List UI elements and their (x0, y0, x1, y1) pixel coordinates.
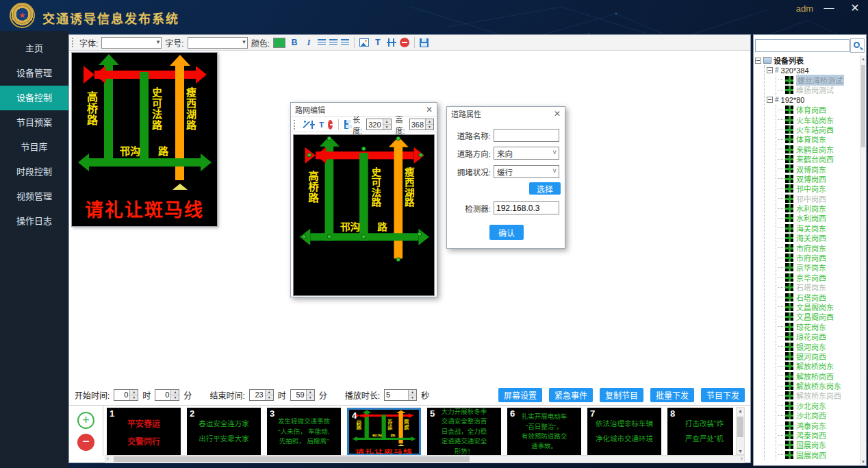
device-tree-item[interactable]: 琼花岗西 (778, 332, 859, 341)
dialog-close-button[interactable]: ✕ (554, 109, 561, 119)
italic-button[interactable]: I (303, 38, 314, 48)
edit-handle[interactable] (307, 153, 311, 158)
program-thumbnail[interactable]: 7依法治理非标车辆净化城市交通环境 (587, 408, 661, 456)
length-spinner[interactable]: 320▲▼ (366, 119, 391, 130)
edit-handle[interactable] (396, 136, 400, 141)
scroll-up-icon[interactable]: ▲ (737, 408, 744, 413)
sidebar-item[interactable]: 设备控制 (0, 86, 68, 110)
device-tree-item[interactable]: 石塔岗东 (778, 282, 859, 292)
sidebar-item[interactable]: 节目预案 (0, 110, 68, 135)
end-hour-spinner[interactable]: 23▲▼ (249, 389, 274, 401)
align-right-icon[interactable] (341, 39, 349, 46)
minimize-button[interactable]: — (821, 1, 837, 15)
font-select[interactable] (101, 37, 162, 49)
start-minute-spinner[interactable]: 0▲▼ (155, 389, 179, 401)
device-tree-item[interactable]: 体育岗东 (778, 134, 859, 144)
sidebar-item[interactable]: 操作日志 (0, 209, 68, 234)
sidebar-item[interactable]: 时段控制 (0, 160, 68, 184)
scrollbar-thumb[interactable] (114, 456, 470, 462)
scroll-down-icon[interactable]: ▼ (737, 449, 744, 454)
scroll-left-icon[interactable]: ‹ (107, 455, 109, 462)
strip-vertical-scrollbar[interactable]: ▲ ▼ (736, 407, 745, 455)
device-tree-item[interactable]: 解放桥岗西 (778, 371, 859, 381)
end-minute-spinner[interactable]: 59▲▼ (290, 389, 315, 401)
device-tree-item[interactable]: 市府岗东 (778, 243, 859, 252)
save-icon[interactable] (420, 38, 429, 47)
confirm-button[interactable]: 确认 (489, 225, 524, 240)
text-tool-button[interactable]: T (319, 121, 324, 129)
add-program-button[interactable]: + (77, 412, 94, 429)
save-icon[interactable] (344, 120, 348, 129)
playbar-action-button[interactable]: 屏幕设置 (498, 388, 542, 402)
height-spinner[interactable]: 368▲▼ (409, 119, 434, 130)
edit-handle[interactable] (417, 232, 422, 236)
mid-road-bar[interactable] (359, 153, 368, 241)
road-network-icon[interactable] (310, 121, 315, 129)
scroll-up-icon[interactable]: ▲ (860, 57, 866, 61)
device-tree-item[interactable]: 双博岗东 (778, 164, 859, 173)
dialog-close-button[interactable]: ✕ (426, 105, 433, 114)
device-tree-item[interactable]: 海关岗西 (778, 233, 859, 243)
scroll-down-icon[interactable]: ▼ (860, 460, 866, 464)
insert-image-icon[interactable] (359, 38, 369, 47)
tree-root[interactable]: 设备列表 (755, 56, 859, 65)
device-search-button[interactable] (850, 38, 865, 53)
device-tree-item[interactable]: 体育岗西 (778, 105, 859, 114)
road-network-icon[interactable] (387, 38, 396, 47)
scrollbar-thumb[interactable] (737, 417, 743, 437)
editor-map[interactable]: 高桥路 史可法路 瘦西湖路 邗沟 路 (294, 135, 435, 296)
device-tree-item[interactable]: 银河岗东 (778, 341, 859, 351)
road-name-input[interactable] (494, 129, 559, 142)
program-thumbnail[interactable]: 8打击改装“炸严查严处“机 (667, 408, 733, 456)
device-tree-item[interactable]: 解放桥岗东 (778, 361, 859, 371)
device-tree-item[interactable]: 国展岗西 (778, 450, 859, 460)
program-thumbnail[interactable]: 4 高桥路 史可法路 瘦西湖路 邗沟 路 请礼让斑马线 (347, 408, 421, 456)
sidebar-item[interactable]: 设备管理 (0, 61, 68, 86)
device-tree-item[interactable]: 解放桥东岗西 (778, 391, 859, 400)
edit-handle[interactable] (327, 136, 332, 141)
draw-line-icon[interactable] (301, 120, 306, 130)
start-hour-spinner[interactable]: 0▲▼ (114, 389, 138, 401)
playbar-action-button[interactable]: 紧急事件 (549, 388, 593, 402)
device-tree-item[interactable]: 双博岗西 (778, 174, 859, 184)
tree-expander-icon[interactable] (755, 58, 761, 64)
close-button[interactable]: ✕ (847, 1, 863, 15)
device-tree-item[interactable]: 银河岗西 (778, 352, 859, 361)
playbar-action-button[interactable]: 节目下发 (701, 388, 745, 402)
edit-handle[interactable] (396, 258, 400, 262)
device-tree-item[interactable]: 邗中岗东 (778, 184, 859, 193)
remove-program-button[interactable]: − (77, 434, 94, 451)
delete-icon[interactable] (400, 38, 409, 47)
align-left-icon[interactable] (318, 39, 326, 46)
device-tree-item[interactable]: 解放桥东岗东 (778, 381, 859, 391)
device-tree-item[interactable]: 琼花岗东 (778, 322, 859, 332)
edit-handle[interactable] (361, 234, 366, 239)
device-tree-item[interactable]: 沙北岗东 (778, 401, 859, 410)
bold-button[interactable]: B (289, 38, 300, 47)
device-tree-item[interactable]: 石塔岗西 (778, 292, 859, 301)
device-tree-item[interactable]: 文昌阁岗西 (778, 312, 859, 321)
delete-icon[interactable] (328, 120, 333, 130)
detector-input[interactable] (494, 201, 559, 214)
device-tree-item[interactable]: 文昌阁岗东 (778, 302, 859, 312)
device-tree-item[interactable]: 火车站岗西 (778, 125, 859, 134)
scrollbar-thumb[interactable] (861, 65, 865, 147)
device-tree-item[interactable]: 国展岗东 (778, 440, 859, 449)
device-tree-item[interactable]: 来鹤台岗东 (778, 145, 859, 154)
tree-group[interactable]: #320*384 (767, 65, 859, 75)
align-center-icon[interactable] (329, 39, 337, 46)
tree-scrollbar[interactable]: ▲ ▼ (860, 56, 866, 465)
program-thumbnail[interactable]: 2春运安全连万家出行平安靠大家 (187, 408, 261, 456)
select-button[interactable]: 选择 (529, 182, 561, 195)
device-tree-item[interactable]: 水利岗东 (778, 204, 859, 213)
user-label[interactable]: adm (796, 3, 813, 14)
device-tree-item[interactable]: 火车站岗东 (778, 114, 859, 124)
strip-horizontal-scrollbar[interactable]: ‹ › (105, 455, 745, 463)
sidebar-item[interactable]: 主页 (0, 36, 68, 61)
device-tree-item[interactable]: 市府岗西 (778, 253, 859, 262)
right-road-arrow[interactable] (394, 147, 403, 259)
tree-group[interactable]: #192*80 (767, 95, 859, 105)
device-tree-item[interactable]: 京华岗西 (778, 273, 859, 282)
playbar-action-button[interactable]: 复制节目 (600, 388, 643, 402)
edit-handle[interactable] (361, 147, 366, 151)
